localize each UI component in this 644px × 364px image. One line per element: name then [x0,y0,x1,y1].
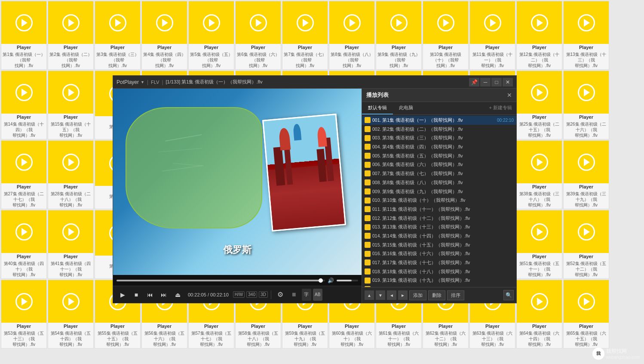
playlist-items[interactable]: 001. 第1集 俄语初级（一）（我帮找网）.flv 00:22:10 002.… [362,115,516,287]
player-thumb-40[interactable]: Player 第40集 俄语初级（四十）（我帮找网）.flv [1,210,47,279]
playlist-item-6[interactable]: 006. 第6集 俄语初级（六）（我帮找网）.flv [362,160,516,169]
thumb-desc-28: 第28集 俄语初级（二十八）（我帮找网）.flv [48,190,93,209]
playlist-item-5[interactable]: 005. 第5集 俄语初级（五）（我帮找网）.flv [362,151,516,160]
maximize-button[interactable]: □ [491,78,502,86]
playlist-item-3[interactable]: 003. 第3集 俄语初级（三）（我帮找网）.flv [362,133,516,142]
play-button[interactable]: ▶ [117,289,129,301]
thumb-label-12: Player [532,44,546,51]
aspect-button[interactable]: AB [313,289,322,301]
player-thumb-25[interactable]: Player 第25集 俄语初级（二十五）（我帮找网）.flv [516,71,562,139]
thumb-label-57: Player [204,323,218,330]
subtitle-button[interactable]: 字 [302,289,311,301]
player-thumb-2[interactable]: Player 第2集 俄语初级（二）（我帮找网）.flv [48,1,94,70]
play-icon-4 [156,14,173,31]
player-thumb-8[interactable]: Player 第8集 俄语初级（八）（我帮找网）.flv [329,1,375,70]
play-icon-7 [297,14,314,31]
pl-add-button[interactable]: 添加 [409,290,426,300]
player-thumb-65[interactable]: Player 第65集 俄语初级（六十五）（我帮找网）.flv [563,280,609,349]
player-thumb-28[interactable]: Player 第28集 俄语初级（二十八）（我帮找网）.flv [48,140,94,209]
playlist-item-10[interactable]: 010. 第10集 俄语初级（十）（我帮找网）.flv [362,196,516,205]
player-thumb-41[interactable]: Player 第41集 俄语初级（四十一）（我帮找网）.flv [48,210,94,279]
progress-area[interactable]: 🔊 [113,275,362,286]
pin-button[interactable]: 📌 [469,78,479,86]
playlist-item-15[interactable]: 015. 第15集 俄语初级（十五）（我帮找网）.flv [362,241,516,250]
player-thumb-11[interactable]: Player 第11集 俄语初级（十一）（我帮找网）.flv [469,1,515,70]
pl-nav-down[interactable]: ▼ [376,290,385,300]
player-thumb-54[interactable]: Player 第54集 俄语初级（五十四）（我帮找网）.flv [48,280,94,349]
player-thumb-53[interactable]: Player 第53集 俄语初级（五十三）（我帮找网）.flv [1,280,47,349]
thumb-icon-area-10 [423,1,468,44]
settings-button[interactable]: ⚙ [274,289,286,301]
play-icon-13 [578,14,595,31]
thumb-desc-57: 第57集 俄语初级（五十七）（我帮找网）.flv [189,330,234,348]
playlist-item-1[interactable]: 001. 第1集 俄语初级（一）（我帮找网）.flv 00:22:10 [362,116,516,125]
menu-button[interactable]: ≡ [288,289,300,301]
player-thumb-5[interactable]: Player 第5集 俄语初级（五）（我帮找网）.flv [188,1,234,70]
playlist-item-7[interactable]: 007. 第7集 俄语初级（七）（我帮找网）.flv [362,169,516,178]
playlist-close[interactable]: ✕ [507,92,512,99]
thumb-icon-area-14 [1,71,46,114]
play-icon-9 [390,14,408,31]
minimize-button[interactable]: ─ [480,78,491,86]
player-thumb-6[interactable]: Player 第6集 俄语初级（六）（我帮找网）.flv [235,1,281,70]
player-thumb-7[interactable]: Player 第7集 俄语初级（七）（我帮找网）.flv [282,1,328,70]
player-thumb-10[interactable]: Player 第10集 俄语初级（十）（我帮找网）.flv [423,1,469,70]
thumb-icon-area-4 [142,1,187,44]
next-button[interactable]: ⏭ [158,289,170,301]
window-controls: 📌 ─ □ ✕ [469,78,513,86]
stop-button[interactable]: ■ [130,289,142,301]
thumb-icon-area-3 [95,1,140,44]
item-check-8 [365,179,371,185]
pl-nav-left[interactable]: ◄ [387,290,396,300]
video-frame[interactable]: 俄罗斯 [113,89,362,275]
playlist-item-17[interactable]: 017. 第17集 俄语初级（十七）（我帮找网）.flv [362,258,516,267]
player-thumb-51[interactable]: Player 第51集 俄语初级（五十一）（我帮找网）.flv [516,210,562,279]
playlist-item-19[interactable]: 019. 第19集 俄语初级（十九）（我帮找网）.flv [362,276,516,285]
dropdown-arrow[interactable]: ▼ [141,80,144,84]
thumb-icon-area-6 [236,1,281,44]
thumb-desc-59: 第59集 俄语初级（五十九）（我帮找网）.flv [282,330,328,348]
playlist-item-13[interactable]: 013. 第13集 俄语初级（十三）（我帮找网）.flv [362,222,516,231]
pl-sort-button[interactable]: 排序 [447,290,464,300]
player-thumb-9[interactable]: Player 第9集 俄语初级（九）（我帮找网）.flv [376,1,422,70]
player-thumb-27[interactable]: Player 第27集 俄语初级（二十七）（我帮找网）.flv [1,140,47,209]
thumb-desc-58: 第58集 俄语初级（五十八）（我帮找网）.flv [236,330,281,348]
playlist-item-8[interactable]: 008. 第8集 俄语初级（八）（我帮找网）.flv [362,178,516,187]
player-thumb-52[interactable]: Player 第52集 俄语初级（五十二）（我帮找网）.flv [563,210,609,279]
tab-add-album[interactable]: + 新建专辑 [485,102,516,114]
pl-search-button[interactable]: 🔍 [503,290,514,300]
player-thumb-13[interactable]: Player 第13集 俄语初级（十三）（我帮找网）.flv [563,1,609,70]
progress-bar[interactable] [117,280,325,281]
playlist-item-12[interactable]: 012. 第12集 俄语初级（十二）（我帮找网）.flv [362,214,516,223]
thumb-label-13: Player [579,44,593,51]
player-thumb-15[interactable]: Player 第15集 俄语初级（十五）（我帮找网）.flv [48,71,94,139]
player-thumb-3[interactable]: Player 第3集 俄语初级（三）（我帮找网）.flv [95,1,141,70]
player-thumb-64[interactable]: Player 第64集 俄语初级（六十四）（我帮找网）.flv [516,280,562,349]
player-thumb-1[interactable]: Player 第1集 俄语初级（一）（我帮找网）.flv [1,1,47,70]
player-thumb-26[interactable]: Player 第26集 俄语初级（二十六）（我帮找网）.flv [563,71,609,139]
tab-this-pc[interactable]: 此电脑 [393,102,419,114]
playlist-item-4[interactable]: 004. 第4集 俄语初级（四）（我帮找网）.flv [362,142,516,151]
thumb-desc-26: 第26集 俄语初级（二十六）（我帮找网）.flv [564,120,609,139]
play-icon-51 [531,223,548,241]
pl-nav-up[interactable]: ▲ [365,290,374,300]
tab-default-album[interactable]: 默认专辑 [362,102,393,114]
player-thumb-4[interactable]: Player 第4集 俄语初级（四）（我帮找网）.flv [141,1,187,70]
pl-nav-right[interactable]: ► [398,290,408,300]
close-button[interactable]: ✕ [503,78,513,86]
pl-delete-button[interactable]: 删除 [428,290,445,300]
player-thumb-39[interactable]: Player 第39集 俄语初级（三十九）（我帮找网）.flv [563,140,609,209]
thumb-icon-area-40 [1,210,46,253]
player-thumb-12[interactable]: Player 第12集 俄语初级（十二）（我帮找网）.flv [516,1,562,70]
player-thumb-14[interactable]: Player 第14集 俄语初级（十四）（我帮找网）.flv [1,71,47,139]
playlist-item-9[interactable]: 009. 第9集 俄语初级（九）（我帮找网）.flv [362,187,516,196]
playlist-item-16[interactable]: 016. 第16集 俄语初级（十六）（我帮找网）.flv [362,249,516,258]
playlist-item-2[interactable]: 002. 第2集 俄语初级（二）（我帮找网）.flv [362,125,516,134]
eject-button[interactable]: ⏏ [172,289,184,301]
volume-bar[interactable] [337,280,358,281]
playlist-item-14[interactable]: 014. 第14集 俄语初级（十四）（我帮找网）.flv [362,231,516,241]
player-thumb-38[interactable]: Player 第38集 俄语初级（三十八）（我帮找网）.flv [516,140,562,209]
playlist-item-18[interactable]: 018. 第18集 俄语初级（十八）（我帮找网）.flv [362,267,516,276]
prev-button[interactable]: ⏮ [144,289,156,301]
playlist-item-11[interactable]: 011. 第11集 俄语初级（十一）（我帮找网）.flv [362,205,516,214]
